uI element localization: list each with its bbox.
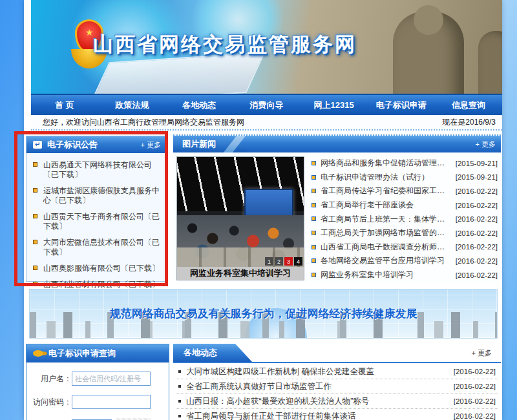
username-row: 用户名：	[32, 372, 164, 386]
square-bullet-icon	[178, 400, 181, 403]
nav-item-emark-apply[interactable]: 电子标识申请	[368, 95, 435, 115]
square-bullet-icon	[33, 282, 37, 286]
emark-announcement-panel: ↵ 电子标识公告 + 更多 山西易通天下网络科技有限公司〔已下载〕 运城市盐湖区…	[26, 136, 167, 282]
local-news-item[interactable]: 大同市城区构建四级工作新机制 确保非公党建全覆盖 [2016-02-22]	[176, 364, 498, 379]
news-date: [2016-02-22]	[454, 397, 496, 405]
announcement-list: 山西易通天下网络科技有限公司〔已下载〕 运城市盐湖区康德假肢支具服务中心〔已下载…	[26, 157, 166, 293]
nav-item-online-12315[interactable]: 网上12315	[301, 95, 368, 115]
news-date: [2016-02-22]	[454, 383, 496, 390]
username-input[interactable]	[72, 372, 151, 386]
nav-item-info-query[interactable]: 信息查询	[435, 95, 502, 115]
announcement-list-item[interactable]: 运城市盐湖区康德假肢支具服务中心〔已下载〕	[26, 183, 166, 209]
nav-item-policies[interactable]: 政策法规	[98, 95, 165, 115]
announcement-list-item[interactable]: 山西易通天下网络科技有限公司〔已下载〕	[26, 157, 166, 183]
local-news-header: 各地动态 + 更多	[173, 344, 501, 363]
news-list: 网络商品和服务集中促销活动管理暂行规... [2015-09-21] 电子标识申…	[310, 156, 498, 280]
local-news-item[interactable]: 山西日报：高小超获“最受欢迎的机关法治人物”称号 [2016-02-22]	[176, 394, 498, 409]
emark-query-panel: 电子标识申请查询 用户名： 访问密码： 验证码： PFsv	[26, 344, 169, 420]
panel-title: 电子标识申请查询	[48, 348, 116, 359]
local-news-panel: 各地动态 + 更多 大同市城区构建四级工作新机制 确保非公党建全覆盖 [2016…	[173, 344, 501, 420]
square-bullet-icon	[311, 273, 316, 277]
panel-title: 各地动态	[184, 347, 217, 359]
local-news-list: 大同市城区构建四级工作新机制 确保非公党建全覆盖 [2016-02-22] 全省…	[176, 364, 498, 420]
square-bullet-icon	[178, 370, 181, 373]
announcement-list-item[interactable]: 大同市宏微信息技术有限公司〔已下载〕	[26, 235, 166, 260]
news-list-item[interactable]: 网络商品和服务集中促销活动管理暂行规... [2015-09-21]	[310, 156, 498, 171]
square-bullet-icon	[178, 415, 181, 417]
photo-news-image[interactable]: 1 2 3 4 网监业务科室集中培训学习	[176, 156, 304, 280]
local-news-label-bg: 各地动态	[173, 344, 252, 362]
main-navigation: 首 页 政策法规 各地动态 消费向导 网上12315 电子标识申请 信息查询	[31, 94, 502, 115]
password-input[interactable]	[72, 395, 151, 409]
photo-news-header: 图片新闻 + 更多	[173, 136, 501, 152]
news-date: [2016-02-22]	[454, 368, 496, 375]
news-list-item[interactable]: 各地网络交易监管平台应用培训学习 [2016-02-22]	[310, 254, 498, 268]
square-bullet-icon	[311, 231, 316, 235]
news-date: [2016-02-22]	[456, 257, 498, 265]
announcement-icon: ↵	[33, 141, 42, 149]
current-date: 现在是2016/9/3	[442, 117, 496, 128]
news-list-item[interactable]: 省工商局举行老干部座谈会 [2016-02-22]	[310, 198, 498, 213]
local-news-item[interactable]: 省工商局领导与新任正处干部进行任前集体谈话 [2016-02-22]	[176, 409, 498, 420]
pager-2[interactable]: 2	[275, 257, 283, 266]
square-bullet-icon	[311, 216, 316, 221]
emark-announcement-header: ↵ 电子标识公告 + 更多	[26, 136, 166, 153]
local-news-item[interactable]: 全省工商系统认真做好节日市场监管工作 [2016-02-22]	[176, 379, 498, 394]
news-date: [2016-02-22]	[454, 412, 496, 420]
news-date: [2016-02-22]	[456, 271, 498, 279]
news-list-item[interactable]: 网监业务科室集中培训学习 [2016-02-22]	[310, 268, 498, 282]
news-more-link[interactable]: + 更多	[476, 140, 496, 149]
news-date: [2016-02-22]	[456, 215, 498, 223]
announcement-more-link[interactable]: + 更多	[141, 140, 161, 150]
panel-title: 图片新闻	[182, 138, 216, 150]
square-bullet-icon	[311, 175, 316, 180]
site-title: 山西省网络交易监管服务网	[93, 31, 357, 58]
password-row: 访问密码：	[32, 395, 164, 409]
buddha-statue-decor	[478, 31, 502, 94]
buddha-statue-decor	[414, 5, 443, 35]
panel-title: 电子标识公告	[47, 139, 98, 151]
key-icon	[33, 350, 43, 357]
news-date: [2015-09-21]	[456, 160, 498, 167]
nav-item-home[interactable]: 首 页	[31, 95, 98, 115]
square-bullet-icon	[311, 189, 316, 193]
nav-item-consumer-guide[interactable]: 消费向导	[233, 95, 300, 115]
slogan-banner: 规范网络商品交易及有关服务行为，促进网络经济持续健康发展	[29, 289, 498, 339]
square-bullet-icon	[311, 245, 316, 249]
photo-caption: 网监业务科室集中培训学习	[177, 267, 304, 280]
square-bullet-icon	[33, 162, 37, 167]
news-date: [2016-02-22]	[456, 243, 498, 251]
local-news-more-link[interactable]: + 更多	[472, 348, 492, 358]
welcome-bar: 您好，欢迎访问山西省工商行政管理局网络交易监管服务网 现在是2016/9/3	[31, 115, 502, 131]
welcome-text: 您好，欢迎访问山西省工商行政管理局网络交易监管服务网	[43, 117, 244, 128]
site-header-banner: ★ 山西省网络交易监管服务网	[31, 0, 502, 94]
news-date: [2015-09-21]	[456, 173, 498, 181]
news-date: [2016-02-22]	[456, 229, 498, 237]
square-bullet-icon	[311, 258, 316, 263]
square-bullet-icon	[33, 188, 37, 193]
pager-1[interactable]: 1	[265, 257, 273, 266]
square-bullet-icon	[311, 203, 316, 207]
square-bullet-icon	[33, 240, 37, 244]
password-label: 访问密码：	[32, 397, 72, 408]
photo-pager: 1 2 3 4	[265, 257, 302, 266]
news-list-item[interactable]: 工商总局关于加强网络市场监管的意见 [2016-02-22]	[310, 226, 498, 240]
news-date: [2016-02-22]	[456, 202, 498, 209]
emark-query-header: 电子标识申请查询	[26, 344, 169, 362]
news-list-item[interactable]: 电子标识申请管理办法（试行） [2015-09-21]	[310, 171, 498, 185]
square-bullet-icon	[311, 161, 316, 165]
username-label: 用户名：	[32, 373, 72, 384]
news-list-item[interactable]: 山西省工商局电子数据调查分析师认证培... [2016-02-22]	[310, 240, 498, 255]
nav-item-local-news[interactable]: 各地动态	[165, 95, 233, 115]
square-bullet-icon	[33, 214, 37, 218]
slogan-text: 规范网络商品交易及有关服务行为，促进网络经济持续健康发展	[30, 306, 497, 321]
pager-3-active[interactable]: 3	[284, 257, 293, 266]
news-date: [2016-02-22]	[456, 187, 498, 195]
pager-4[interactable]: 4	[294, 257, 302, 266]
announcement-list-item[interactable]: 山西奥影服饰有限公司〔已下载〕	[26, 260, 166, 277]
photo-news-section: 图片新闻 + 更多 1 2 3 4 网监业务科室集中培训学习 网络商品和服务集中…	[173, 134, 501, 282]
news-list-item[interactable]: 省工商局传达学习省纪委和国家工商总局... [2016-02-22]	[310, 184, 498, 198]
square-bullet-icon	[178, 385, 181, 388]
news-list-item[interactable]: 省工商局节后上班第一天：集体学习党章... [2016-02-22]	[310, 212, 498, 226]
announcement-list-item[interactable]: 山西贡天下电子商务有限公司〔已下载〕	[26, 209, 166, 235]
